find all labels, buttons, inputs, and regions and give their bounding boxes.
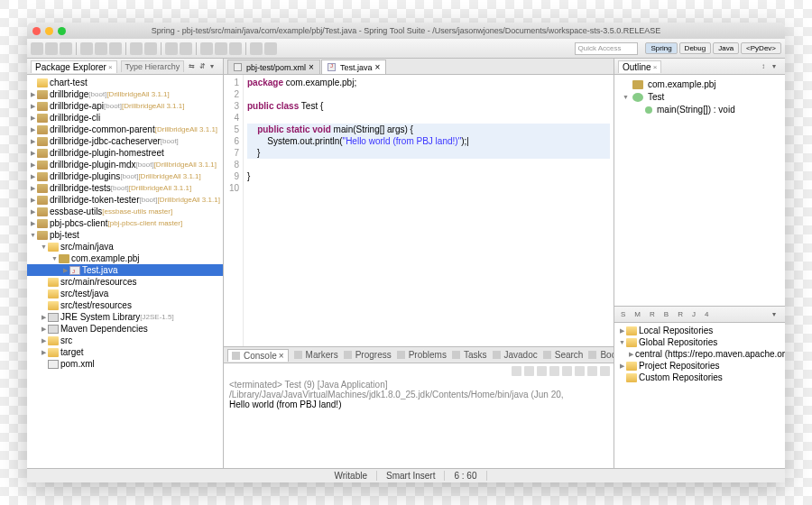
tree-item[interactable]: ▶drillbridge-api [boot] [DrillbridgeAll … (27, 100, 223, 112)
tree-item[interactable]: ▶drillbridge-plugin-mdx [boot] [Drillbri… (27, 159, 223, 170)
repo-item[interactable]: ▶Local Repositories (616, 325, 783, 336)
tree-item[interactable]: ▼pbj-test (27, 229, 223, 241)
console-header: <terminated> Test (9) [Java Application]… (229, 380, 608, 399)
console-output[interactable]: <terminated> Test (9) [Java Application]… (224, 378, 614, 468)
tree-item[interactable]: ▶drillbridge-plugin-homestreet (27, 147, 223, 159)
prev-annotation-button[interactable] (229, 42, 242, 55)
outline-tree[interactable]: com.example.pbj▼Testmain(String[]) : voi… (614, 75, 785, 306)
quick-access-input[interactable]: Quick Access (575, 42, 638, 55)
tab-javadoc[interactable]: Javadoc (493, 350, 538, 360)
perspective-java[interactable]: Java (713, 42, 739, 54)
tree-item[interactable]: pom.xml (27, 358, 223, 370)
new-button[interactable] (31, 42, 43, 55)
save-button[interactable] (45, 42, 58, 55)
display-console-icon[interactable] (587, 366, 597, 376)
menu-icon[interactable]: ▾ (210, 62, 219, 71)
tree-item[interactable]: ▶Test.java (27, 264, 223, 276)
maven-tab[interactable]: M (632, 310, 643, 318)
tab-problems[interactable]: Problems (397, 350, 447, 360)
scroll-lock-icon[interactable] (562, 366, 572, 376)
tab-search[interactable]: Search (543, 350, 584, 360)
link-icon[interactable]: ⇵ (199, 62, 208, 71)
maven-tab[interactable]: R (647, 310, 658, 318)
tree-item[interactable]: ▶pbj-pbcs-client [pbj-pbcs-client master… (27, 217, 223, 229)
tree-item[interactable]: ▶drillbridge-tests [boot] [DrillbridgeAl… (27, 182, 223, 194)
minimize-icon[interactable] (45, 27, 53, 35)
run-button[interactable] (95, 42, 107, 55)
maven-repositories-tree[interactable]: ▶Local Repositories▼Global Repositories▶… (614, 323, 785, 468)
filter-icon[interactable]: ▾ (772, 62, 781, 71)
tree-item[interactable]: ▶drillbridge-jdbc-cacheserver [boot] (27, 135, 223, 147)
forward-button[interactable] (264, 42, 277, 55)
save-all-button[interactable] (60, 42, 72, 55)
toggle-mark-button[interactable] (200, 42, 213, 55)
tree-item[interactable]: ▶JRE System Library [J2SE-1.5] (27, 311, 223, 323)
tree-item[interactable]: ▶src (27, 335, 223, 346)
tree-item[interactable]: ▶target (27, 346, 223, 358)
perspective-debug[interactable]: Debug (679, 42, 712, 54)
repo-item[interactable]: ▶central (https://repo.maven.apache.org/… (616, 348, 783, 360)
package-explorer-tree[interactable]: chart-test▶drillbridge [boot] [Drillbrid… (27, 75, 223, 468)
outline-item[interactable]: ▼Test (618, 91, 781, 104)
tree-item[interactable]: ▼src/main/java (27, 241, 223, 252)
terminate-icon[interactable] (512, 366, 521, 376)
repo-item[interactable]: Custom Repositories (616, 372, 783, 383)
collapse-icon[interactable]: ⇆ (189, 62, 198, 71)
run-last-button[interactable] (109, 42, 122, 55)
tab-outline[interactable]: Outline × (618, 60, 661, 73)
maven-tab[interactable]: 4 (702, 310, 711, 318)
close-icon[interactable]: × (108, 63, 113, 71)
code-editor[interactable]: 12345678910 package com.example.pbj; pub… (224, 75, 614, 346)
editor-tab[interactable]: Test.java × (321, 60, 386, 74)
remove-all-icon[interactable] (537, 366, 547, 376)
tree-item[interactable]: ▶drillbridge-common-parent [DrillbridgeA… (27, 124, 223, 135)
tree-item[interactable]: ▶drillbridge-plugins [boot] [Drillbridge… (27, 170, 223, 182)
outline-item[interactable]: com.example.pbj (618, 78, 781, 91)
tree-item[interactable]: ▶essbase-utils [essbase-utils master] (27, 206, 223, 217)
right-panel: Outline × ↕▾ com.example.pbj▼Testmain(St… (614, 59, 785, 468)
outline-item[interactable]: main(String[]) : void (618, 104, 781, 116)
maven-tab[interactable]: B (661, 310, 671, 318)
clear-console-icon[interactable] (549, 366, 559, 376)
close-icon[interactable] (32, 27, 41, 35)
tree-item[interactable]: ▶drillbridge [boot] [DrillbridgeAll 3.1.… (27, 88, 223, 100)
maven-tab[interactable]: R (675, 310, 686, 318)
tab-markers[interactable]: Markers (294, 350, 338, 360)
repo-item[interactable]: ▼Global Repositories (616, 336, 783, 348)
back-button[interactable] (250, 42, 263, 55)
maven-tab[interactable]: J (689, 310, 698, 318)
open-type-button[interactable] (165, 42, 178, 55)
zoom-icon[interactable] (58, 27, 66, 35)
tree-item[interactable]: src/test/resources (27, 299, 223, 311)
tree-item[interactable]: src/test/java (27, 288, 223, 299)
tree-item[interactable]: ▶Maven Dependencies (27, 323, 223, 335)
code-area[interactable]: package com.example.pbj; public class Te… (244, 75, 614, 346)
search-button[interactable] (180, 42, 192, 55)
maven-tab[interactable]: S (618, 310, 628, 318)
tree-item[interactable]: ▶drillbridge-token-tester [boot] [Drillb… (27, 194, 223, 206)
debug-button[interactable] (80, 42, 93, 55)
perspective-pydev[interactable]: <PyDev> (741, 42, 781, 54)
remove-launch-icon[interactable] (524, 366, 534, 376)
tree-item[interactable]: chart-test (27, 77, 223, 88)
tab-progress[interactable]: Progress (344, 350, 392, 360)
close-icon[interactable]: × (309, 62, 314, 72)
tree-item[interactable]: ▶drillbridge-cli (27, 112, 223, 124)
perspective-spring[interactable]: Spring (645, 42, 677, 54)
tab-console[interactable]: Console × (227, 349, 289, 362)
tree-item[interactable]: ▼com.example.pbj (27, 252, 223, 264)
next-annotation-button[interactable] (215, 42, 227, 55)
tab-tasks[interactable]: Tasks (452, 350, 487, 360)
editor-tab[interactable]: pbj-test/pom.xml × (227, 60, 320, 74)
close-icon[interactable]: × (374, 62, 380, 72)
sort-icon[interactable]: ↕ (761, 62, 770, 71)
tree-item[interactable]: src/main/resources (27, 276, 223, 288)
new-class-button[interactable] (144, 42, 157, 55)
repo-item[interactable]: ▶Project Repositories (616, 360, 783, 372)
open-console-icon[interactable] (600, 366, 610, 376)
tab-package-explorer[interactable]: Package Explorer × (31, 60, 117, 73)
new-package-button[interactable] (130, 42, 143, 55)
close-icon[interactable]: × (653, 63, 658, 71)
tab-type-hierarchy[interactable]: Type Hierarchy (121, 60, 185, 72)
pin-console-icon[interactable] (575, 366, 585, 376)
